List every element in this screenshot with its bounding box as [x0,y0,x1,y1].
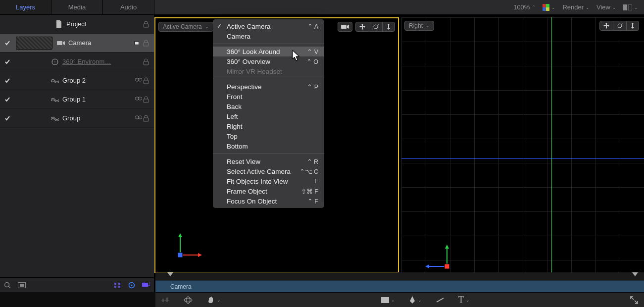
line-tool[interactable] [436,297,445,303]
menu-item[interactable]: Perspective⌃ P [213,82,324,92]
view-nav-segment[interactable] [355,22,395,32]
svg-rect-9 [144,43,149,46]
tab-audio[interactable]: Audio [103,0,154,14]
camera-menu[interactable]: ✓Active Camera⌃ ACamera360° Look Around⌃… [213,19,324,208]
visibility-checkbox[interactable] [3,41,12,46]
layer-label[interactable]: Group 1 [62,96,135,103]
lock-icon[interactable] [143,115,149,122]
zoom-level[interactable]: 100%⌃ [513,3,536,11]
pan-icon [600,21,613,30]
menu-item-label: Reset View [227,158,260,165]
lock-icon[interactable] [143,96,149,103]
layer-label[interactable]: Group 2 [62,77,135,84]
svg-point-36 [374,25,378,29]
menu-item[interactable]: Top [213,131,324,141]
menu-item[interactable]: Left [213,111,324,121]
svg-rect-2 [546,4,549,7]
filter-icon[interactable] [142,282,150,289]
svg-line-55 [631,297,634,300]
menu-item-label: Front [227,93,243,101]
menu-item[interactable]: Reset View⌃ R [213,156,324,166]
hand-tool[interactable]: ⌄ [207,296,221,304]
menu-shortcut: ⌃⌥ C [299,168,319,175]
left-viewport[interactable]: Active Camera⌄ [154,17,399,273]
layout-panels-button[interactable]: ⌄ [623,4,638,10]
menu-item[interactable]: 360° Look Around⌃ V [213,47,324,56]
layer-label[interactable]: Camera [68,39,143,47]
fit-icon[interactable] [18,282,26,288]
tab-media[interactable]: Media [51,0,103,14]
menu-item[interactable]: Bottom [213,141,324,151]
layer-row-group-4[interactable]: Group 1 [0,90,154,109]
lock-icon[interactable] [143,77,149,84]
visibility-checkbox[interactable] [3,97,12,102]
camera-icon [56,41,65,46]
camera-action-segment[interactable] [338,22,352,32]
svg-rect-5 [623,4,627,10]
link-icon[interactable] [135,115,142,122]
layer-row-project[interactable]: Project [0,15,154,34]
color-channels-button[interactable]: ⌄ [543,4,555,11]
link-icon[interactable] [135,77,142,84]
edit-mode-icon[interactable] [161,297,169,303]
text-tool[interactable]: T⌄ [458,295,470,305]
menu-item[interactable]: Focus On Object⌃ F [213,196,324,206]
layer-row-camera-1[interactable]: Camera [0,34,154,52]
svg-point-52 [186,297,190,304]
visibility-checkbox[interactable] [3,116,12,121]
lock-icon[interactable] [143,40,149,47]
menu-item[interactable]: Select Active Camera⌃⌥ C [213,166,324,176]
menu-item-label: Fit Objects Into View [227,178,288,185]
render-menu[interactable]: Render ⌄ [562,3,590,11]
svg-point-32 [131,284,133,286]
camera-popup-right[interactable]: Right⌄ [404,21,434,31]
svg-rect-3 [543,7,546,11]
view-nav-segment-right[interactable] [599,21,639,31]
svg-rect-1 [543,4,546,7]
pen-tool[interactable]: ⌄ [409,296,422,304]
menu-item[interactable]: Right [213,121,324,131]
search-icon[interactable] [4,282,11,289]
visibility-checkbox[interactable] [3,78,12,83]
menu-item[interactable]: Back [213,102,324,111]
layer-row-env-2[interactable]: 360° Environm… [0,52,154,71]
lock-icon[interactable] [143,58,149,65]
mini-timeline[interactable]: Camera [155,272,644,292]
menu-item[interactable]: ✓Active Camera⌃ A [213,21,324,31]
expand-icon[interactable] [630,296,638,304]
layer-label[interactable]: 360° Environm… [62,58,143,65]
layer-label[interactable]: Project [66,20,143,28]
menu-item[interactable]: Camera [213,31,324,41]
menu-item[interactable]: 360° Overview⌃ O [213,56,324,66]
right-viewport[interactable]: Right⌄ [401,17,644,291]
layer-row-group-3[interactable]: Group 2 [0,71,154,90]
svg-rect-25 [144,118,149,121]
link-icon[interactable] [135,96,142,103]
layer-label[interactable]: Group [62,114,135,122]
svg-rect-16 [144,61,149,65]
menu-item-label: 360° Overview [227,58,270,65]
out-marker-icon[interactable] [632,272,638,276]
timeline-track[interactable]: Camera [155,280,644,292]
camera-popup[interactable]: Active Camera⌄ [158,22,213,32]
lock-icon[interactable] [143,21,149,28]
behavior-icon[interactable] [128,282,135,289]
visibility-checkbox[interactable] [3,59,12,64]
menu-item-label: Camera [227,33,250,40]
tab-layers[interactable]: Layers [0,0,51,14]
menu-item-label: Bottom [227,143,248,150]
in-marker-icon[interactable] [167,272,173,276]
fill-tool[interactable]: ⌄ [381,297,395,303]
view-menu[interactable]: View ⌄ [596,3,616,11]
layer-row-group-5[interactable]: Group [0,109,154,128]
menu-item[interactable]: Front [213,92,324,102]
menu-item[interactable]: Fit Objects Into ViewF [213,176,324,186]
pan-icon [356,22,369,31]
transform-3d-icon[interactable] [183,296,193,304]
camera-badge-icon [134,41,139,45]
menu-item[interactable]: Frame Object⇧⌘ F [213,186,324,196]
svg-rect-49 [162,299,164,302]
timeline-ruler[interactable] [155,272,644,280]
mask-icon[interactable] [113,282,121,289]
canvas-toolbar: ⌄ ⌄ ⌄ T⌄ [155,292,644,307]
